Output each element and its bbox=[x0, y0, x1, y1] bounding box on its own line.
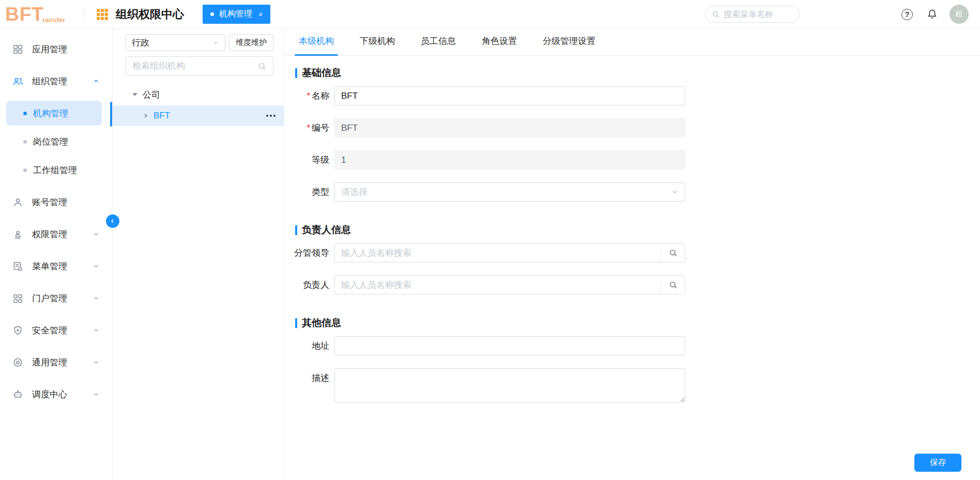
search-icon bbox=[258, 62, 267, 71]
menu-search-input[interactable] bbox=[724, 10, 786, 19]
save-button[interactable]: 保存 bbox=[914, 454, 961, 472]
sidebar-item-label: 应用管理 bbox=[32, 43, 67, 55]
top-bar: BFT ransfer 组织权限中心 机构管理 × ? 租 bbox=[0, 0, 980, 29]
shield-icon bbox=[12, 325, 23, 336]
sidebar-item-institution-management[interactable]: 机构管理 bbox=[6, 101, 102, 126]
avatar[interactable]: 租 bbox=[950, 5, 969, 24]
notifications-bell-icon[interactable] bbox=[926, 8, 938, 20]
sidebar-item-position-management[interactable]: 岗位管理 bbox=[6, 129, 102, 154]
leader-input[interactable] bbox=[334, 243, 685, 262]
bullet-dot-icon bbox=[23, 140, 27, 144]
permission-icon bbox=[12, 229, 23, 240]
menu-doc-icon bbox=[12, 261, 23, 272]
tab-sub-org[interactable]: 下级机构 bbox=[360, 35, 395, 55]
dimension-select-value: 行政 bbox=[132, 37, 149, 49]
chevron-down-icon bbox=[93, 295, 100, 302]
sidebar-item-permission-management[interactable]: 权限管理 bbox=[0, 218, 112, 250]
avatar-text: 租 bbox=[955, 9, 963, 19]
org-form: 基础信息 *名称 *编号 等级 类型 bbox=[284, 56, 980, 402]
org-tree-panel: 行政 维度维护 公司 BFT bbox=[113, 29, 284, 480]
sidebar-item-label: 菜单管理 bbox=[32, 260, 67, 272]
main-content: 本级机构 下级机构 员工信息 角色设置 分级管理设置 基础信息 *名称 *编号 bbox=[284, 29, 980, 480]
type-select-placeholder: 请选择 bbox=[341, 186, 368, 198]
tree-node-bft[interactable]: BFT bbox=[113, 105, 284, 126]
tab-employee-info[interactable]: 员工信息 bbox=[421, 35, 456, 55]
sidebar-item-security-management[interactable]: 安全管理 bbox=[0, 314, 112, 346]
tab-close-icon[interactable]: × bbox=[258, 10, 263, 19]
chevron-down-icon bbox=[93, 230, 100, 238]
sidebar-item-org-management[interactable]: 组织管理 bbox=[0, 65, 112, 97]
chevron-down-icon bbox=[93, 391, 100, 398]
help-icon[interactable]: ? bbox=[901, 9, 913, 20]
name-input[interactable] bbox=[334, 86, 685, 105]
manager-search-button[interactable] bbox=[661, 276, 685, 294]
chevron-down-icon bbox=[93, 262, 100, 270]
manager-input[interactable] bbox=[334, 275, 685, 295]
caret-right-icon[interactable] bbox=[145, 113, 148, 118]
bullet-dot-icon bbox=[23, 168, 27, 172]
code-input bbox=[334, 118, 685, 137]
tab-role-settings[interactable]: 角色设置 bbox=[482, 35, 517, 55]
required-mark: * bbox=[307, 123, 310, 133]
org-tree: 公司 BFT bbox=[113, 85, 284, 126]
level-label: 等级 bbox=[284, 154, 334, 166]
sidebar-item-portal-management[interactable]: 门户管理 bbox=[0, 282, 112, 314]
sidebar-subitem-label: 岗位管理 bbox=[33, 136, 68, 148]
user-icon bbox=[12, 197, 23, 208]
caret-down-icon[interactable] bbox=[132, 93, 137, 96]
tab-chip-label: 机构管理 bbox=[219, 9, 252, 20]
type-label: 类型 bbox=[284, 186, 334, 198]
section-bar-icon bbox=[295, 225, 297, 235]
header-divider bbox=[84, 8, 84, 21]
robot-icon bbox=[12, 389, 23, 400]
tree-node-company[interactable]: 公司 bbox=[113, 85, 284, 104]
section-basic-info: 基础信息 bbox=[295, 66, 980, 80]
logo-main: BFT bbox=[5, 5, 44, 24]
org-tree-search[interactable] bbox=[126, 56, 273, 76]
address-input[interactable] bbox=[334, 336, 685, 355]
search-icon bbox=[669, 249, 678, 257]
sidebar-subitem-label: 工作组管理 bbox=[33, 164, 77, 176]
section-bar-icon bbox=[295, 318, 297, 328]
tab-active-dot-icon bbox=[210, 12, 214, 16]
manager-label: 负责人 bbox=[284, 279, 334, 291]
team-icon bbox=[12, 76, 23, 87]
logo: BFT ransfer bbox=[5, 5, 65, 24]
chevron-down-icon bbox=[93, 359, 100, 366]
org-tree-search-input[interactable] bbox=[132, 61, 254, 71]
sidebar-item-label: 门户管理 bbox=[32, 292, 67, 304]
sidebar-item-label: 组织管理 bbox=[32, 75, 67, 87]
tab-hierarchy-settings[interactable]: 分级管理设置 bbox=[543, 35, 595, 55]
section-other-info: 其他信息 bbox=[295, 316, 980, 330]
more-actions-icon[interactable] bbox=[266, 115, 275, 117]
open-tab-chip[interactable]: 机构管理 × bbox=[203, 5, 270, 24]
sidebar-collapse-button[interactable] bbox=[106, 214, 119, 228]
type-select[interactable]: 请选择 bbox=[334, 182, 685, 202]
sidebar-item-label: 调度中心 bbox=[32, 389, 67, 400]
level-input bbox=[334, 150, 685, 169]
dimension-maintain-button[interactable]: 维度维护 bbox=[229, 34, 273, 51]
sidebar-item-app-management[interactable]: 应用管理 bbox=[0, 33, 112, 65]
description-label: 描述 bbox=[284, 368, 334, 388]
description-textarea[interactable] bbox=[334, 368, 685, 402]
app-grid-icon bbox=[96, 8, 109, 21]
portal-icon bbox=[12, 293, 23, 304]
section-title: 其他信息 bbox=[302, 316, 341, 330]
sidebar-item-workgroup-management[interactable]: 工作组管理 bbox=[6, 158, 102, 182]
search-icon bbox=[712, 10, 720, 19]
address-label: 地址 bbox=[284, 340, 334, 352]
dimension-select[interactable]: 行政 bbox=[126, 34, 225, 51]
leader-search-button[interactable] bbox=[661, 244, 685, 262]
apps-icon bbox=[12, 44, 23, 55]
sidebar-item-label: 通用管理 bbox=[32, 357, 67, 368]
leader-label: 分管领导 bbox=[284, 247, 334, 259]
sidebar-item-label: 权限管理 bbox=[32, 228, 67, 240]
section-bar-icon bbox=[295, 68, 297, 78]
sidebar-item-dispatch-center[interactable]: 调度中心 bbox=[0, 378, 112, 410]
menu-search[interactable] bbox=[705, 6, 800, 23]
sidebar-item-account-management[interactable]: 账号管理 bbox=[0, 186, 112, 218]
sidebar-item-general-management[interactable]: 通用管理 bbox=[0, 346, 112, 378]
sidebar-item-menu-management[interactable]: 菜单管理 bbox=[0, 250, 112, 282]
tree-node-label: 公司 bbox=[143, 89, 160, 101]
tab-current-org[interactable]: 本级机构 bbox=[299, 35, 334, 55]
